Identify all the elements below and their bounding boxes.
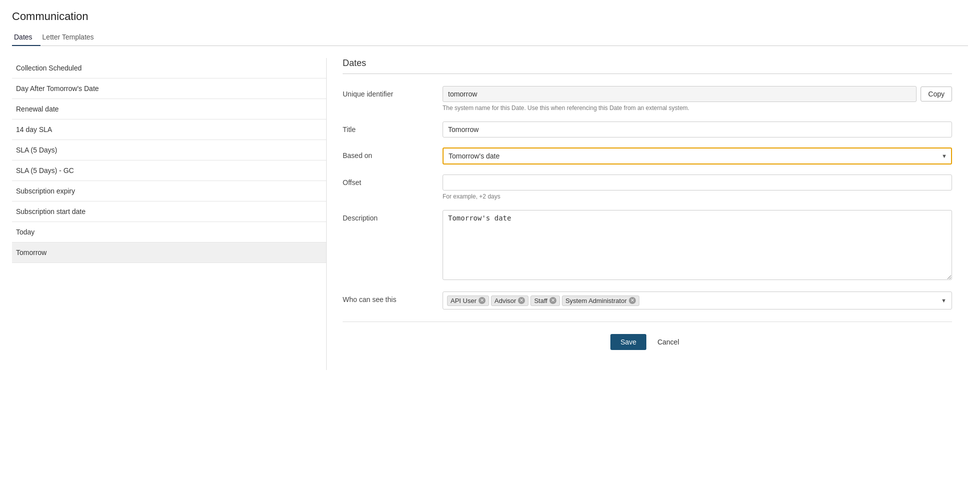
label-title: Title xyxy=(343,122,443,134)
label-unique-identifier: Unique identifier xyxy=(343,86,443,98)
title-input[interactable] xyxy=(443,122,952,138)
tab-dates[interactable]: Dates xyxy=(12,29,40,46)
tag-api-user-label: API User xyxy=(451,297,477,304)
form-row-offset: Offset For example, +2 days xyxy=(343,174,952,200)
tag-staff-label: Staff xyxy=(534,297,547,304)
page-container: Communication Dates Letter Templates Col… xyxy=(0,0,980,370)
unique-identifier-input xyxy=(443,86,917,102)
tag-system-administrator: System Administrator ✕ xyxy=(562,296,639,306)
tag-advisor-remove[interactable]: ✕ xyxy=(518,297,525,304)
main-content: Collection Scheduled Day After Tomorrow'… xyxy=(12,58,968,370)
cancel-button[interactable]: Cancel xyxy=(652,334,684,350)
identifier-row: Copy xyxy=(443,86,952,102)
based-on-select-wrap: Tomorrow's date Today's date Subscriptio… xyxy=(443,148,952,164)
offset-helper: For example, +2 days xyxy=(443,193,952,200)
form-row-description: Description Tomorrow's date xyxy=(343,210,952,282)
tag-advisor-label: Advisor xyxy=(494,297,516,304)
save-button[interactable]: Save xyxy=(610,334,646,350)
copy-button[interactable]: Copy xyxy=(921,86,952,102)
tab-letter-templates[interactable]: Letter Templates xyxy=(40,29,102,46)
offset-input[interactable] xyxy=(443,174,952,190)
label-who-can-see: Who can see this xyxy=(343,292,443,304)
tag-staff-remove[interactable]: ✕ xyxy=(549,297,556,304)
list-item-collection-scheduled[interactable]: Collection Scheduled xyxy=(12,58,326,78)
form-row-unique-identifier: Unique identifier Copy The system name f… xyxy=(343,86,952,112)
list-item-renewal-date[interactable]: Renewal date xyxy=(12,99,326,120)
list-item-sla-5-days[interactable]: SLA (5 Days) xyxy=(12,140,326,160)
description-wrap: Tomorrow's date xyxy=(443,210,952,282)
tag-system-administrator-remove[interactable]: ✕ xyxy=(629,297,636,304)
list-item-14-day-sla[interactable]: 14 day SLA xyxy=(12,120,326,140)
form-divider xyxy=(343,322,952,322)
section-title: Dates xyxy=(343,58,952,74)
based-on-select[interactable]: Tomorrow's date Today's date Subscriptio… xyxy=(443,148,952,164)
unique-identifier-wrap: Copy The system name for this Date. Use … xyxy=(443,86,952,112)
title-wrap xyxy=(443,122,952,138)
list-item-subscription-start-date[interactable]: Subscription start date xyxy=(12,202,326,222)
description-textarea[interactable]: Tomorrow's date xyxy=(443,210,952,280)
left-panel: Collection Scheduled Day After Tomorrow'… xyxy=(12,58,327,370)
label-description: Description xyxy=(343,210,443,222)
label-based-on: Based on xyxy=(343,148,443,160)
label-offset: Offset xyxy=(343,174,443,186)
tag-system-administrator-label: System Administrator xyxy=(565,297,627,304)
form-row-who-can-see: Who can see this API User ✕ Advisor ✕ St… xyxy=(343,292,952,310)
list-item-sla-5-days-gc[interactable]: SLA (5 Days) - GC xyxy=(12,160,326,181)
tag-staff: Staff ✕ xyxy=(530,296,560,306)
form-row-title: Title xyxy=(343,122,952,138)
right-panel: Dates Unique identifier Copy The system … xyxy=(327,58,968,370)
list-item-tomorrow[interactable]: Tomorrow xyxy=(12,242,326,263)
list-item-today[interactable]: Today xyxy=(12,222,326,242)
tag-advisor: Advisor ✕ xyxy=(491,296,528,306)
tabs-bar: Dates Letter Templates xyxy=(12,29,968,46)
form-row-based-on: Based on Tomorrow's date Today's date Su… xyxy=(343,148,952,164)
offset-wrap: For example, +2 days xyxy=(443,174,952,200)
tag-api-user-remove[interactable]: ✕ xyxy=(479,297,486,304)
who-can-see-wrap: API User ✕ Advisor ✕ Staff ✕ System Ad xyxy=(443,292,952,310)
tag-api-user: API User ✕ xyxy=(447,296,489,306)
based-on-wrap: Tomorrow's date Today's date Subscriptio… xyxy=(443,148,952,164)
page-title: Communication xyxy=(12,10,968,23)
list-item-subscription-expiry[interactable]: Subscription expiry xyxy=(12,181,326,202)
action-row: Save Cancel xyxy=(343,334,952,350)
unique-identifier-helper: The system name for this Date. Use this … xyxy=(443,104,952,112)
list-item-day-after-tomorrows-date[interactable]: Day After Tomorrow's Date xyxy=(12,78,326,99)
who-can-see-multiselect[interactable]: API User ✕ Advisor ✕ Staff ✕ System Ad xyxy=(443,292,952,310)
